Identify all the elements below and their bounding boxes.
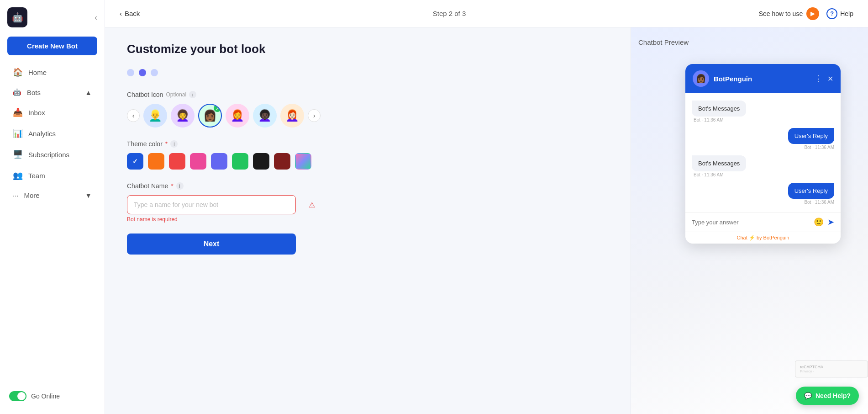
topbar-left: ‹ Back <box>120 10 140 17</box>
color-swatches: ✓ <box>127 153 321 170</box>
next-button[interactable]: Next <box>127 234 296 255</box>
recaptcha-text: reCAPTCHA <box>800 365 863 369</box>
sidebar-item-bots[interactable]: 🤖 Bots ▲ <box>4 84 101 101</box>
chat-avatar: 👩🏾 <box>693 70 709 87</box>
bots-left: 🤖 Bots <box>13 88 41 96</box>
sidebar-item-inbox[interactable]: 📥 Inbox <box>4 103 101 122</box>
user-message-1: User's Reply Bot · 11:36 AM <box>692 128 834 150</box>
go-online-label: Go Online <box>31 393 60 400</box>
chatbot-name-info-icon[interactable]: i <box>176 182 184 190</box>
content-area: Customize your bot look Chatbot Icon Opt… <box>105 27 868 414</box>
bots-expand-icon[interactable]: ▲ <box>85 89 92 96</box>
avatar-1[interactable]: 👱‍♂️ <box>143 104 167 127</box>
avatar-3[interactable]: 👩🏾 ✓ <box>198 104 222 127</box>
chat-input-row: 🙂 ➤ <box>685 212 841 232</box>
chat-footer-brand: by BotPenguin <box>757 235 789 240</box>
more-icon: ··· <box>13 191 19 199</box>
avatar-5[interactable]: 👩🏿‍🦱 <box>253 104 277 127</box>
lightning-icon: ⚡ <box>749 235 757 240</box>
avatar-2[interactable]: 👩‍🦱 <box>171 104 195 127</box>
chat-header: 👩🏾 BotPenguin ⋮ ✕ <box>685 64 841 93</box>
color-check-icon: ✓ <box>132 158 138 165</box>
bot-bubble-2: Bot's Messages <box>692 155 746 171</box>
chat-body: Bot's Messages Bot · 11:36 AM User's Rep… <box>685 93 841 212</box>
avatar-3-check-icon: ✓ <box>214 105 221 112</box>
team-icon: 👥 <box>13 170 23 180</box>
color-swatch-red[interactable] <box>169 153 185 170</box>
whatsapp-icon: 💬 <box>804 392 812 399</box>
analytics-icon: 📊 <box>13 128 23 138</box>
color-swatch-gradient[interactable] <box>295 153 311 170</box>
home-icon: 🏠 <box>13 67 23 77</box>
input-error-icon: ⚠ <box>309 201 315 209</box>
back-button[interactable]: ‹ Back <box>120 10 140 17</box>
step-dot-3 <box>151 69 158 76</box>
sidebar-item-team[interactable]: 👥 Team <box>4 166 101 185</box>
sidebar-item-home[interactable]: 🏠 Home <box>4 63 101 82</box>
chat-send-icon[interactable]: ➤ <box>827 217 834 227</box>
see-how-button[interactable]: See how to use ▶ <box>759 7 820 20</box>
need-help-label: Need Help? <box>815 392 851 399</box>
avatar-next-button[interactable]: › <box>308 109 321 122</box>
chatbot-name-label: Chatbot Name * i <box>127 182 321 190</box>
back-label: Back <box>125 10 140 17</box>
more-expand-icon[interactable]: ▼ <box>85 191 92 199</box>
color-swatch-green[interactable] <box>232 153 248 170</box>
chatbot-icon-info-icon[interactable]: i <box>189 91 196 98</box>
inbox-icon: 📥 <box>13 107 23 117</box>
go-online-row: Go Online <box>0 386 105 407</box>
optional-tag: Optional <box>166 91 186 98</box>
sidebar-header: 🤖 ‹ <box>0 7 105 35</box>
chat-widget: 👩🏾 BotPenguin ⋮ ✕ Bot's Messages Bot · 1… <box>685 64 841 244</box>
theme-color-info-icon[interactable]: i <box>170 140 178 148</box>
sidebar-item-inbox-label: Inbox <box>28 109 45 117</box>
chat-avatar-emoji: 👩🏾 <box>696 74 706 84</box>
color-swatch-orange[interactable] <box>148 153 164 170</box>
avatar-1-emoji: 👱‍♂️ <box>148 109 162 122</box>
user-bubble-1: User's Reply <box>788 128 834 144</box>
bot-bubble-1: Bot's Messages <box>692 101 746 117</box>
sidebar: 🤖 ‹ Create New Bot 🏠 Home 🤖 Bots ▲ 📥 Inb… <box>0 0 105 414</box>
chatbot-icon-label: Chatbot Icon Optional i <box>127 91 321 98</box>
back-chevron-icon: ‹ <box>120 10 122 17</box>
color-swatch-pink[interactable] <box>190 153 206 170</box>
sidebar-item-home-label: Home <box>28 69 47 76</box>
sidebar-item-analytics[interactable]: 📊 Analytics <box>4 124 101 143</box>
chat-options-icon[interactable]: ⋮ <box>815 74 823 84</box>
help-circle-icon: ? <box>826 8 837 19</box>
help-button[interactable]: ? Help <box>826 8 853 19</box>
see-how-icon: ▶ <box>806 7 819 20</box>
color-swatch-blue[interactable]: ✓ <box>127 153 143 170</box>
subscriptions-icon: 🖥️ <box>13 149 23 159</box>
avatar-prev-button[interactable]: ‹ <box>127 109 140 122</box>
step-indicator: Step 2 of 3 <box>433 10 466 17</box>
sidebar-item-more[interactable]: ··· More ▼ <box>4 187 101 204</box>
create-new-bot-button[interactable]: Create New Bot <box>7 37 97 55</box>
color-swatch-darkred[interactable] <box>274 153 290 170</box>
avatar-5-emoji: 👩🏿‍🦱 <box>258 109 272 122</box>
main-area: ‹ Back Step 2 of 3 See how to use ▶ ? He… <box>105 0 868 414</box>
chat-header-actions: ⋮ ✕ <box>815 74 833 84</box>
avatar-4[interactable]: 👩‍🦰 <box>226 104 249 127</box>
theme-color-required: * <box>165 140 168 148</box>
sidebar-item-subscriptions[interactable]: 🖥️ Subscriptions <box>4 145 101 164</box>
color-swatch-black[interactable] <box>253 153 269 170</box>
chat-type-input[interactable] <box>692 219 810 226</box>
need-help-button[interactable]: 💬 Need Help? <box>796 387 859 405</box>
more-left: ··· More <box>13 191 40 199</box>
privacy-label: Privacy · <box>800 369 863 373</box>
chatbot-name-input[interactable] <box>127 195 296 214</box>
preview-title: Chatbot Preview <box>638 38 689 46</box>
go-online-toggle[interactable] <box>9 391 26 401</box>
topbar-right: See how to use ▶ ? Help <box>759 7 853 20</box>
user-bubble-2: User's Reply <box>788 183 834 199</box>
step-dot-2 <box>139 69 146 76</box>
form-title: Customize your bot look <box>127 42 321 56</box>
avatar-6[interactable]: 👩🏻‍🦰 <box>280 104 304 127</box>
color-swatch-indigo[interactable] <box>211 153 227 170</box>
avatar-2-emoji: 👩‍🦱 <box>176 109 189 122</box>
collapse-sidebar-button[interactable]: ‹ <box>95 13 97 22</box>
chat-emoji-icon[interactable]: 🙂 <box>814 217 824 227</box>
chat-close-icon[interactable]: ✕ <box>827 74 833 83</box>
user-time-2: Bot · 11:36 AM <box>804 200 834 205</box>
